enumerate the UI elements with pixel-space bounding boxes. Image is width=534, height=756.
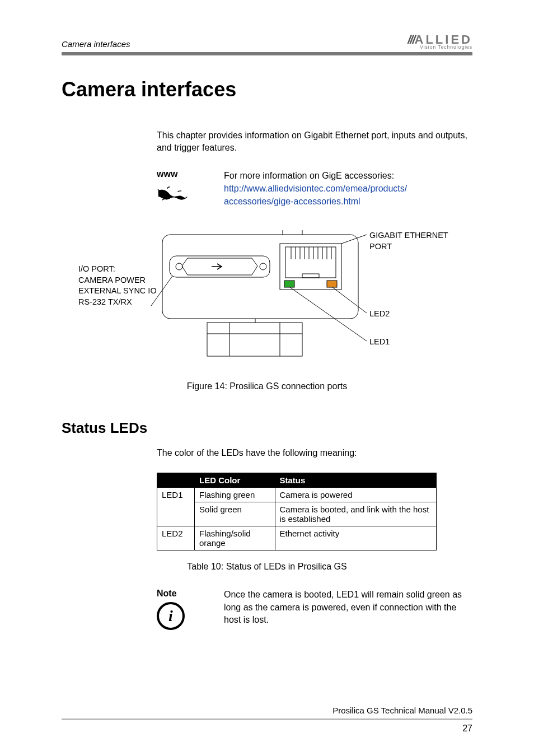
section-status-leds-heading: Status LEDs xyxy=(62,419,472,437)
note-callout: Note i Once the camera is booted, LED1 w… xyxy=(157,589,472,630)
logo-slashes-icon: /// xyxy=(407,32,414,46)
svg-rect-19 xyxy=(327,281,337,287)
table-row: LED2 Flashing/solid orange Ethernet acti… xyxy=(157,526,437,550)
cell: Flashing/solid orange xyxy=(195,526,275,550)
table-header-row: LED Color Status xyxy=(157,473,437,488)
status-leds-lead: The color of the LEDs have the following… xyxy=(157,448,472,458)
www-label: www xyxy=(157,169,207,179)
www-lead: For more information on GigE accessories… xyxy=(224,171,394,180)
gige-accessories-link[interactable]: http://www.alliedvisiontec.com/emea/prod… xyxy=(224,184,407,193)
page-title: Camera interfaces xyxy=(62,78,472,101)
globe-icon xyxy=(157,183,190,205)
led-status-table: LED Color Status LED1 Flashing green Cam… xyxy=(157,473,437,550)
cell: Camera is powered xyxy=(275,488,437,502)
figure-caption: Figure 14: Prosilica GS connection ports xyxy=(62,381,472,391)
svg-rect-18 xyxy=(284,281,294,287)
footer-doc-title: Prosilica GS Technical Manual V2.0.5 xyxy=(62,706,472,715)
table-row: Solid green Camera is booted, and link w… xyxy=(157,502,437,526)
figure-connection-ports: I/O PORT: CAMERA POWER EXTERNAL SYNC IO … xyxy=(62,225,472,370)
intro-paragraph: This chapter provides information on Gig… xyxy=(157,129,472,155)
table-header-status: Status xyxy=(275,473,437,488)
svg-point-3 xyxy=(176,263,182,270)
svg-line-28 xyxy=(290,287,367,341)
table-caption: Table 10: Status of LEDs in Prosilica GS xyxy=(62,562,472,572)
gige-accessories-link-2[interactable]: accessories/gige-accessories.html xyxy=(224,197,360,206)
cell-led2-label: LED2 xyxy=(157,526,195,550)
note-label: Note xyxy=(157,589,207,599)
cell: Camera is booted, and link with the host… xyxy=(275,502,437,526)
table-row: LED1 Flashing green Camera is powered xyxy=(157,488,437,502)
header-divider xyxy=(62,52,472,55)
footer-divider xyxy=(62,718,472,720)
page-footer: Prosilica GS Technical Manual V2.0.5 27 xyxy=(62,706,472,734)
info-icon: i xyxy=(157,602,185,630)
cell-led1-label: LED1 xyxy=(157,488,195,526)
svg-rect-17 xyxy=(302,274,319,278)
svg-line-25 xyxy=(151,276,172,306)
www-text: For more information on GigE accessories… xyxy=(224,169,407,208)
brand-logo: ///ALLIED Vision Technologies xyxy=(407,34,472,50)
table-header-blank xyxy=(157,473,195,488)
note-text: Once the camera is booted, LED1 will rem… xyxy=(224,589,472,630)
svg-line-27 xyxy=(332,287,367,313)
page-number: 27 xyxy=(62,724,472,734)
cell: Ethernet activity xyxy=(275,526,437,550)
connection-ports-diagram xyxy=(62,225,476,370)
svg-rect-6 xyxy=(285,247,336,278)
svg-point-4 xyxy=(260,263,266,270)
svg-line-26 xyxy=(341,235,367,244)
cell: Solid green xyxy=(195,502,275,526)
svg-rect-20 xyxy=(207,323,302,356)
www-callout: www For more information on GigE accesso… xyxy=(157,169,472,208)
cell: Flashing green xyxy=(195,488,275,502)
table-header-color: LED Color xyxy=(195,473,275,488)
